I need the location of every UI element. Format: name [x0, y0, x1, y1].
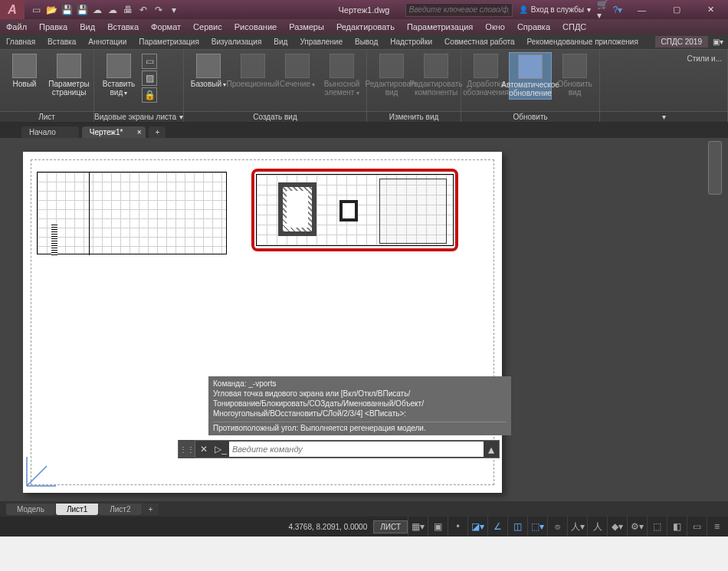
new-layout-button[interactable]: Новый [3, 52, 46, 90]
status-snap-icon[interactable]: • [448, 517, 467, 537]
new-tab-button[interactable]: + [149, 126, 166, 138]
auto-update-button[interactable]: Автоматическое обновление [509, 52, 552, 100]
saveas-icon[interactable]: 💾 [75, 3, 89, 17]
section-view-button[interactable]: Сечение [276, 52, 319, 90]
redo-icon[interactable]: ↷ [152, 3, 166, 17]
app-logo[interactable]: A [0, 0, 25, 19]
menu-format[interactable]: Формат [145, 21, 187, 33]
rtab-home[interactable]: Главная [0, 36, 41, 48]
close-button[interactable]: ✕ [694, 0, 728, 19]
navigation-bar[interactable] [708, 141, 722, 195]
layout-tab-list1[interactable]: Лист1 [56, 504, 98, 515]
command-drag-icon[interactable]: ⋮⋮ [179, 440, 195, 458]
status-coordinates[interactable]: 4.3768, 8.2091, 0.0000 [288, 523, 367, 531]
projected-view-button[interactable]: Проекционный [231, 52, 274, 90]
status-otrack-icon[interactable]: ◫ [507, 517, 527, 537]
command-recent-icon[interactable]: ▴ [484, 442, 499, 457]
menu-parametric[interactable]: Параметризация [401, 21, 479, 33]
rtab-addins[interactable]: Надстройки [384, 36, 438, 48]
status-polar-icon[interactable]: ∠ [487, 517, 507, 537]
layout-tab-model[interactable]: Модель [6, 504, 55, 515]
new-layout-icon [12, 54, 37, 78]
status-isolate-icon[interactable]: ◧ [667, 517, 687, 537]
insert-view-button[interactable]: Вставить вид [97, 52, 140, 99]
tab-start[interactable]: Начало [21, 126, 79, 138]
status-annoscale-icon[interactable]: ⬚▾ [527, 517, 547, 537]
viewport-left[interactable] [37, 172, 227, 254]
styles-dropdown[interactable]: Стили и... [684, 52, 724, 65]
command-customize-icon[interactable]: ✕ [195, 444, 212, 455]
rtab-visualize[interactable]: Визуализация [205, 36, 267, 48]
status-osnap-icon[interactable]: ◪▾ [467, 517, 487, 537]
status-cleanscreen-icon[interactable]: ▭ [687, 517, 707, 537]
status-grid-icon[interactable]: ▦▾ [408, 517, 428, 537]
help-icon[interactable]: ?▾ [611, 3, 625, 17]
rtab-parametric[interactable]: Параметризация [133, 36, 205, 48]
status-bar: 4.3768, 8.2091, 0.0000 ЛИСТ ▦▾ ▣ • ◪▾ ∠ … [0, 517, 728, 537]
page-setup-button[interactable]: Параметры страницы [48, 52, 90, 98]
layout-tab-list2[interactable]: Лист2 [99, 504, 141, 515]
minimize-button[interactable]: — [625, 0, 659, 19]
status-annovis-icon[interactable]: ⌾ [547, 517, 567, 537]
status-customize-icon[interactable]: ≡ [707, 517, 726, 537]
status-units-icon[interactable]: ◆▾ [607, 517, 627, 537]
insert-view-icon [107, 54, 131, 78]
menu-help[interactable]: Справка [511, 21, 556, 33]
menu-view[interactable]: Вид [74, 21, 101, 33]
command-input[interactable] [229, 441, 484, 457]
detail-view-button[interactable]: Выносной элемент [320, 52, 363, 99]
rtab-spds[interactable]: СПДС 2019 [655, 36, 708, 48]
open-icon[interactable]: 📂 [44, 3, 58, 17]
panel-styles: Стили и... ▾ [600, 50, 728, 122]
status-maximize-vp-icon[interactable]: ▣ [428, 517, 448, 537]
viewport-right[interactable] [256, 174, 454, 246]
rtab-view[interactable]: Вид [267, 36, 293, 48]
lock-viewport-icon[interactable]: 🔒 [142, 87, 157, 103]
status-monitor-icon[interactable]: ⬚ [647, 517, 667, 537]
maximize-button[interactable]: ▢ [659, 0, 694, 19]
rtab-manage[interactable]: Управление [293, 36, 349, 48]
base-view-button[interactable]: Базовый [187, 52, 230, 90]
rtab-annotate[interactable]: Аннотации [82, 36, 133, 48]
tab-drawing[interactable]: Чертеж1*× [82, 126, 146, 138]
status-lock-icon[interactable]: 人 [587, 517, 607, 537]
menu-file[interactable]: Файл [0, 21, 33, 33]
exchange-icon[interactable]: 🛒▾ [597, 3, 611, 17]
clip-viewport-icon[interactable]: ▨ [142, 71, 157, 86]
menu-insert[interactable]: Вставка [101, 21, 145, 33]
rect-viewport-icon[interactable]: ▭ [142, 54, 157, 69]
plot-icon[interactable]: 🖶 [121, 3, 135, 17]
menu-modify[interactable]: Редактировать [330, 21, 401, 33]
status-scale-icon[interactable]: 人▾ [567, 517, 587, 537]
qat-more-icon[interactable]: ▾ [167, 3, 181, 17]
ucs-icon[interactable] [25, 452, 57, 487]
close-tab-icon[interactable]: × [137, 128, 142, 136]
undo-icon[interactable]: ↶ [136, 3, 150, 17]
rtab-featured[interactable]: Рекомендованные приложения [521, 36, 644, 48]
edit-view-button[interactable]: Редактировать вид [370, 52, 413, 98]
new-icon[interactable]: ▭ [29, 3, 43, 17]
save-icon[interactable]: 💾 [60, 3, 74, 17]
cloud-save-icon[interactable]: ☁ [106, 3, 120, 17]
ribbon-collapse-icon[interactable]: ▣▾ [708, 36, 728, 48]
search-input[interactable] [405, 3, 513, 17]
menu-tools[interactable]: Сервис [187, 21, 228, 33]
update-view-button[interactable]: Обновить вид [553, 52, 596, 98]
status-workspace-icon[interactable]: ⚙▾ [627, 517, 647, 537]
cloud-open-icon[interactable]: ☁ [90, 3, 104, 17]
login-button[interactable]: 👤Вход в службы ▾ [519, 5, 591, 14]
menu-edit[interactable]: Правка [33, 21, 74, 33]
menu-draw[interactable]: Рисование [228, 21, 283, 33]
rtab-collab[interactable]: Совместная работа [438, 36, 521, 48]
command-prompt-icon: ▷_ [212, 444, 229, 455]
space-toggle-button[interactable]: ЛИСТ [373, 520, 408, 533]
rtab-insert[interactable]: Вставка [41, 36, 82, 48]
menu-dimension[interactable]: Размеры [283, 21, 330, 33]
menu-window[interactable]: Окно [479, 21, 511, 33]
menu-spds[interactable]: СПДС [556, 21, 592, 33]
rtab-output[interactable]: Вывод [349, 36, 384, 48]
edit-components-button[interactable]: Редактировать компоненты [415, 52, 457, 98]
canvas[interactable]: Команда: _-vports Угловая точка видового… [0, 138, 728, 501]
layout-tab-add[interactable]: + [143, 504, 159, 515]
ribbon-tabs: Главная Вставка Аннотации Параметризация… [0, 34, 728, 50]
